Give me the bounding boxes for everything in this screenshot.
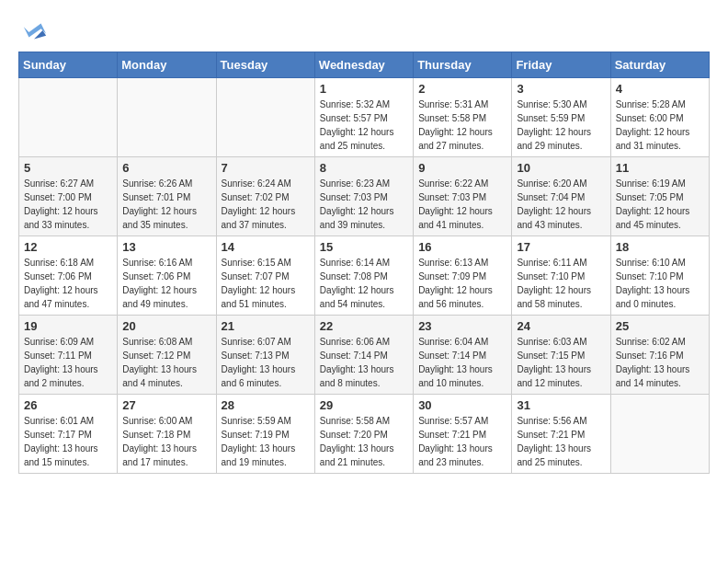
calendar: SundayMondayTuesdayWednesdayThursdayFrid… [18,52,710,474]
day-number: 18 [616,240,704,254]
calendar-cell: 23Sunrise: 6:04 AM Sunset: 7:14 PM Dayli… [414,316,512,395]
calendar-cell: 27Sunrise: 6:00 AM Sunset: 7:18 PM Dayli… [118,395,216,474]
calendar-week-4: 26Sunrise: 6:01 AM Sunset: 7:17 PM Dayli… [19,395,710,474]
day-info: Sunrise: 6:06 AM Sunset: 7:14 PM Dayligh… [320,335,408,390]
day-number: 12 [24,240,112,254]
calendar-cell: 10Sunrise: 6:20 AM Sunset: 7:04 PM Dayli… [512,157,610,236]
day-number: 9 [418,161,506,175]
day-info: Sunrise: 5:56 AM Sunset: 7:21 PM Dayligh… [517,414,605,469]
day-number: 16 [418,240,506,254]
calendar-header-row: SundayMondayTuesdayWednesdayThursdayFrid… [19,52,710,78]
calendar-cell: 2Sunrise: 5:31 AM Sunset: 5:58 PM Daylig… [414,78,512,157]
day-number: 10 [517,161,605,175]
calendar-cell: 14Sunrise: 6:15 AM Sunset: 7:07 PM Dayli… [216,236,314,316]
day-number: 23 [418,319,506,333]
day-number: 25 [616,319,704,333]
day-number: 6 [122,161,210,175]
day-info: Sunrise: 6:26 AM Sunset: 7:01 PM Dayligh… [122,177,210,232]
calendar-cell: 31Sunrise: 5:56 AM Sunset: 7:21 PM Dayli… [512,395,610,474]
calendar-week-0: 1Sunrise: 5:32 AM Sunset: 5:57 PM Daylig… [19,78,710,157]
calendar-cell: 15Sunrise: 6:14 AM Sunset: 7:08 PM Dayli… [314,236,413,316]
day-info: Sunrise: 5:28 AM Sunset: 6:00 PM Dayligh… [616,98,704,153]
calendar-header-tuesday: Tuesday [216,52,314,78]
day-number: 24 [517,319,605,333]
calendar-cell: 13Sunrise: 6:16 AM Sunset: 7:06 PM Dayli… [118,236,216,316]
calendar-cell: 16Sunrise: 6:13 AM Sunset: 7:09 PM Dayli… [414,236,512,316]
day-number: 3 [517,82,605,96]
day-number: 7 [222,161,310,175]
calendar-header-monday: Monday [118,52,216,78]
calendar-cell: 12Sunrise: 6:18 AM Sunset: 7:06 PM Dayli… [19,236,118,316]
calendar-cell: 5Sunrise: 6:27 AM Sunset: 7:00 PM Daylig… [19,157,118,236]
calendar-cell: 28Sunrise: 5:59 AM Sunset: 7:19 PM Dayli… [216,395,314,474]
day-info: Sunrise: 5:59 AM Sunset: 7:19 PM Dayligh… [222,414,310,469]
day-info: Sunrise: 6:01 AM Sunset: 7:17 PM Dayligh… [24,414,112,469]
day-number: 22 [320,319,408,333]
day-number: 27 [122,398,210,412]
calendar-header-wednesday: Wednesday [314,52,413,78]
day-info: Sunrise: 6:27 AM Sunset: 7:00 PM Dayligh… [24,177,112,232]
calendar-header-thursday: Thursday [414,52,512,78]
day-number: 13 [122,240,210,254]
day-info: Sunrise: 5:31 AM Sunset: 5:58 PM Dayligh… [418,98,506,153]
calendar-cell: 17Sunrise: 6:11 AM Sunset: 7:10 PM Dayli… [512,236,610,316]
calendar-cell: 26Sunrise: 6:01 AM Sunset: 7:17 PM Dayli… [19,395,118,474]
day-number: 1 [320,82,408,96]
day-info: Sunrise: 6:22 AM Sunset: 7:03 PM Dayligh… [418,177,506,232]
day-info: Sunrise: 6:11 AM Sunset: 7:10 PM Dayligh… [517,256,605,311]
day-info: Sunrise: 6:04 AM Sunset: 7:14 PM Dayligh… [418,335,506,390]
day-number: 11 [616,161,704,175]
calendar-cell: 21Sunrise: 6:07 AM Sunset: 7:13 PM Dayli… [216,316,314,395]
day-number: 28 [222,398,310,412]
calendar-header-saturday: Saturday [610,52,709,78]
day-number: 17 [517,240,605,254]
calendar-cell: 1Sunrise: 5:32 AM Sunset: 5:57 PM Daylig… [314,78,413,157]
day-number: 20 [122,319,210,333]
day-info: Sunrise: 6:20 AM Sunset: 7:04 PM Dayligh… [517,177,605,232]
day-info: Sunrise: 5:57 AM Sunset: 7:21 PM Dayligh… [418,414,506,469]
calendar-cell: 8Sunrise: 6:23 AM Sunset: 7:03 PM Daylig… [314,157,413,236]
day-info: Sunrise: 6:00 AM Sunset: 7:18 PM Dayligh… [122,414,210,469]
calendar-week-3: 19Sunrise: 6:09 AM Sunset: 7:11 PM Dayli… [19,316,710,395]
day-info: Sunrise: 6:15 AM Sunset: 7:07 PM Dayligh… [222,256,310,311]
day-info: Sunrise: 6:24 AM Sunset: 7:02 PM Dayligh… [222,177,310,232]
day-number: 14 [222,240,310,254]
logo-icon [22,18,48,44]
calendar-week-1: 5Sunrise: 6:27 AM Sunset: 7:00 PM Daylig… [19,157,710,236]
day-info: Sunrise: 6:02 AM Sunset: 7:16 PM Dayligh… [616,335,704,390]
day-number: 4 [616,82,704,96]
calendar-cell: 29Sunrise: 5:58 AM Sunset: 7:20 PM Dayli… [314,395,413,474]
day-info: Sunrise: 6:14 AM Sunset: 7:08 PM Dayligh… [320,256,408,311]
day-info: Sunrise: 6:10 AM Sunset: 7:10 PM Dayligh… [616,256,704,311]
calendar-cell: 7Sunrise: 6:24 AM Sunset: 7:02 PM Daylig… [216,157,314,236]
calendar-cell: 11Sunrise: 6:19 AM Sunset: 7:05 PM Dayli… [610,157,709,236]
calendar-cell: 3Sunrise: 5:30 AM Sunset: 5:59 PM Daylig… [512,78,610,157]
calendar-cell: 24Sunrise: 6:03 AM Sunset: 7:15 PM Dayli… [512,316,610,395]
calendar-header-sunday: Sunday [19,52,118,78]
day-number: 30 [418,398,506,412]
day-info: Sunrise: 6:18 AM Sunset: 7:06 PM Dayligh… [24,256,112,311]
day-number: 26 [24,398,112,412]
day-info: Sunrise: 6:08 AM Sunset: 7:12 PM Dayligh… [122,335,210,390]
day-number: 5 [24,161,112,175]
day-info: Sunrise: 5:30 AM Sunset: 5:59 PM Dayligh… [517,98,605,153]
day-number: 31 [517,398,605,412]
calendar-cell: 19Sunrise: 6:09 AM Sunset: 7:11 PM Dayli… [19,316,118,395]
day-number: 21 [222,319,310,333]
calendar-cell: 9Sunrise: 6:22 AM Sunset: 7:03 PM Daylig… [414,157,512,236]
day-info: Sunrise: 6:19 AM Sunset: 7:05 PM Dayligh… [616,177,704,232]
calendar-cell: 20Sunrise: 6:08 AM Sunset: 7:12 PM Dayli… [118,316,216,395]
calendar-week-2: 12Sunrise: 6:18 AM Sunset: 7:06 PM Dayli… [19,236,710,316]
day-info: Sunrise: 6:03 AM Sunset: 7:15 PM Dayligh… [517,335,605,390]
calendar-cell [216,78,314,157]
calendar-cell [118,78,216,157]
day-number: 8 [320,161,408,175]
calendar-cell: 30Sunrise: 5:57 AM Sunset: 7:21 PM Dayli… [414,395,512,474]
calendar-cell: 25Sunrise: 6:02 AM Sunset: 7:16 PM Dayli… [610,316,709,395]
day-info: Sunrise: 5:58 AM Sunset: 7:20 PM Dayligh… [320,414,408,469]
day-number: 29 [320,398,408,412]
day-number: 19 [24,319,112,333]
calendar-cell [19,78,118,157]
calendar-cell: 22Sunrise: 6:06 AM Sunset: 7:14 PM Dayli… [314,316,413,395]
page-header [18,18,710,44]
